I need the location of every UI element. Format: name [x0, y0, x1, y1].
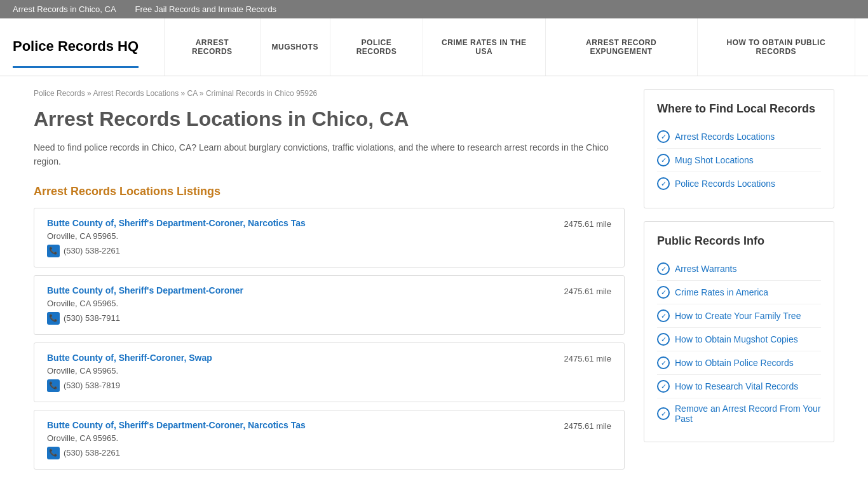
header: Police Records HQ ARREST RECORDS MUGSHOT… [0, 18, 868, 76]
nav-public-records[interactable]: HOW TO OBTAIN PUBLIC RECORDS [698, 18, 855, 76]
check-icon-1: ✓ [657, 130, 670, 143]
breadcrumb-criminal-records[interactable]: Criminal Records in Chico 95926 [206, 89, 317, 98]
sidebar-link-police-locations-link[interactable]: Police Records Locations [675, 179, 775, 189]
breadcrumb-ca[interactable]: CA [187, 89, 198, 98]
sidebar-local-records-title: Where to Find Local Records [657, 102, 821, 116]
nav-expungement[interactable]: ARREST RECORD EXPUNGEMENT [546, 18, 698, 76]
phone-number-4[interactable]: (530) 538-2261 [64, 448, 120, 458]
top-bar: Arrest Records in Chico, CA Free Jail Re… [0, 0, 868, 18]
sidebar: Where to Find Local Records ✓ Arrest Rec… [644, 89, 834, 477]
nav-crime-rates[interactable]: CRIME RATES IN THE USA [423, 18, 546, 76]
sidebar-link-crime-rates-link[interactable]: Crime Rates in America [675, 287, 768, 297]
sidebar-link-vital-records: ✓ How to Research Vital Records [657, 375, 821, 398]
sidebar-link-crime-rates: ✓ Crime Rates in America [657, 281, 821, 304]
listing-address-1: Oroville, CA 95965. [47, 231, 552, 241]
listing-phone-2: 📞 (530) 538-7911 [47, 312, 552, 325]
listing-card-4: Butte County of, Sheriff's Department-Co… [34, 410, 625, 470]
listing-info-3: Butte County of, Sheriff-Coroner, Swap O… [47, 353, 552, 392]
listings-title: Arrest Records Locations Listings [34, 185, 625, 198]
listing-name-2[interactable]: Butte County of, Sheriff's Department-Co… [47, 285, 552, 295]
check-icon-2: ✓ [657, 154, 670, 166]
sidebar-link-mugshot-copies-link[interactable]: How to Obtain Mugshot Copies [675, 334, 798, 344]
listing-card-3: Butte County of, Sheriff-Coroner, Swap O… [34, 342, 625, 402]
phone-number-1[interactable]: (530) 538-2261 [64, 246, 120, 255]
sidebar-link-remove-arrest-link[interactable]: Remove an Arrest Record From Your Past [675, 403, 821, 424]
main-nav: ARREST RECORDS MUGSHOTS POLICE RECORDS C… [164, 18, 855, 76]
check-icon-9: ✓ [657, 380, 670, 393]
listing-address-3: Oroville, CA 95965. [47, 366, 552, 376]
check-icon-10: ✓ [657, 407, 670, 420]
check-icon-5: ✓ [657, 286, 670, 299]
main-container: Police Records » Arrest Records Location… [21, 76, 847, 488]
phone-icon-3: 📞 [47, 379, 60, 392]
sidebar-link-family-tree-link[interactable]: How to Create Your Family Tree [675, 311, 801, 321]
check-icon-4: ✓ [657, 262, 670, 275]
breadcrumb: Police Records » Arrest Records Location… [34, 89, 625, 98]
listing-phone-4: 📞 (530) 538-2261 [47, 447, 552, 459]
check-icon-3: ✓ [657, 177, 670, 190]
sidebar-link-obtain-police: ✓ How to Obtain Police Records [657, 351, 821, 375]
listing-distance-2: 2475.61 mile [552, 285, 611, 296]
sidebar-link-vital-records-link[interactable]: How to Research Vital Records [675, 381, 798, 391]
listing-name-3[interactable]: Butte County of, Sheriff-Coroner, Swap [47, 353, 552, 363]
sidebar-link-mugshot-copies: ✓ How to Obtain Mugshot Copies [657, 328, 821, 351]
listing-info-4: Butte County of, Sheriff's Department-Co… [47, 420, 552, 459]
check-icon-6: ✓ [657, 309, 670, 322]
listings-container: Butte County of, Sheriff's Department-Co… [34, 208, 625, 470]
top-bar-link-2[interactable]: Free Jail Records and Inmate Records [135, 4, 277, 14]
listing-card-2: Butte County of, Sheriff's Department-Co… [34, 275, 625, 335]
sidebar-link-arrest-locations: ✓ Arrest Records Locations [657, 125, 821, 149]
sidebar-link-obtain-police-link[interactable]: How to Obtain Police Records [675, 358, 794, 368]
nav-arrest-records[interactable]: ARREST RECORDS [164, 18, 260, 76]
check-icon-7: ✓ [657, 333, 670, 346]
phone-number-2[interactable]: (530) 538-7911 [64, 313, 120, 323]
sidebar-local-records: Where to Find Local Records ✓ Arrest Rec… [644, 89, 834, 208]
listing-distance-1: 2475.61 mile [552, 218, 611, 229]
listing-info-2: Butte County of, Sheriff's Department-Co… [47, 285, 552, 325]
sidebar-link-warrants: ✓ Arrest Warrants [657, 257, 821, 281]
phone-icon-1: 📞 [47, 245, 60, 257]
breadcrumb-arrest-locations[interactable]: Arrest Records Locations [93, 89, 179, 98]
sidebar-public-records-title: Public Records Info [657, 234, 821, 248]
content-area: Police Records » Arrest Records Location… [34, 89, 625, 477]
listing-distance-4: 2475.61 mile [552, 420, 611, 431]
phone-number-3[interactable]: (530) 538-7819 [64, 381, 120, 390]
phone-icon-2: 📞 [47, 312, 60, 325]
sidebar-link-remove-arrest: ✓ Remove an Arrest Record From Your Past [657, 398, 821, 429]
nav-mugshots[interactable]: MUGSHOTS [261, 18, 330, 76]
phone-icon-4: 📞 [47, 447, 60, 459]
sidebar-link-warrants-link[interactable]: Arrest Warrants [675, 264, 737, 274]
listing-info-1: Butte County of, Sheriff's Department-Co… [47, 218, 552, 257]
sidebar-link-police-locations: ✓ Police Records Locations [657, 172, 821, 195]
breadcrumb-police-records[interactable]: Police Records [34, 89, 85, 98]
sidebar-link-family-tree: ✓ How to Create Your Family Tree [657, 304, 821, 328]
top-bar-link-1[interactable]: Arrest Records in Chico, CA [13, 4, 116, 14]
listing-phone-1: 📞 (530) 538-2261 [47, 245, 552, 257]
listing-distance-3: 2475.61 mile [552, 353, 611, 363]
listing-name-4[interactable]: Butte County of, Sheriff's Department-Co… [47, 420, 552, 430]
sidebar-link-mug-shot-link[interactable]: Mug Shot Locations [675, 155, 754, 165]
check-icon-8: ✓ [657, 356, 670, 369]
sidebar-public-records: Public Records Info ✓ Arrest Warrants ✓ … [644, 221, 834, 442]
listing-phone-3: 📞 (530) 538-7819 [47, 379, 552, 392]
listing-card-1: Butte County of, Sheriff's Department-Co… [34, 208, 625, 268]
nav-police-records[interactable]: POLICE RECORDS [330, 18, 423, 76]
page-description: Need to find police records in Chico, CA… [34, 140, 625, 169]
listing-name-1[interactable]: Butte County of, Sheriff's Department-Co… [47, 218, 552, 228]
sidebar-link-mug-shot: ✓ Mug Shot Locations [657, 149, 821, 172]
listing-address-2: Oroville, CA 95965. [47, 299, 552, 308]
listing-address-4: Oroville, CA 95965. [47, 433, 552, 443]
page-title: Arrest Records Locations in Chico, CA [34, 107, 625, 131]
logo[interactable]: Police Records HQ [13, 27, 139, 68]
sidebar-link-arrest-locations-link[interactable]: Arrest Records Locations [675, 132, 775, 142]
